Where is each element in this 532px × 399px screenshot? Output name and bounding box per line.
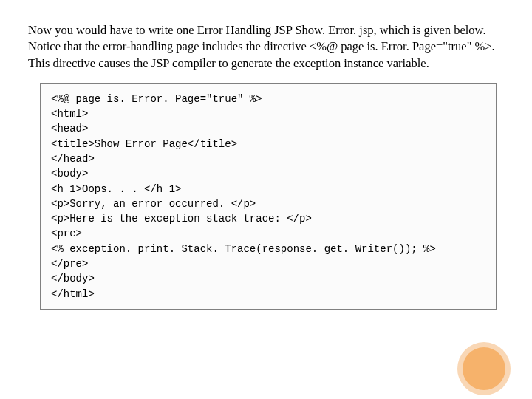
code-line: <p>Here is the exception stack trace: </…	[51, 213, 312, 225]
code-line: <p>Sorry, an error occurred. </p>	[51, 198, 256, 210]
code-line: </body>	[51, 273, 95, 284]
slide: Now you would have to write one Error Ha…	[0, 0, 532, 399]
code-block: <%@ page is. Error. Page="true" %> <html…	[40, 83, 497, 310]
code-line: <head>	[51, 123, 88, 134]
code-line: <title>Show Error Page</title>	[51, 138, 237, 150]
decorative-circle-icon	[463, 347, 505, 390]
code-line: <body>	[51, 168, 88, 180]
code-line: <pre>	[51, 228, 82, 239]
code-line: </pre>	[51, 258, 88, 270]
code-line: <html>	[51, 108, 88, 120]
code-line: <%@ page is. Error. Page="true" %>	[51, 93, 262, 105]
body-paragraph: Now you would have to write one Error Ha…	[28, 22, 504, 72]
code-line: </html>	[51, 288, 95, 300]
code-line: <% exception. print. Stack. Trace(respon…	[51, 243, 436, 255]
code-line: </head>	[51, 153, 95, 165]
code-line: <h 1>Oops. . . </h 1>	[51, 183, 181, 195]
